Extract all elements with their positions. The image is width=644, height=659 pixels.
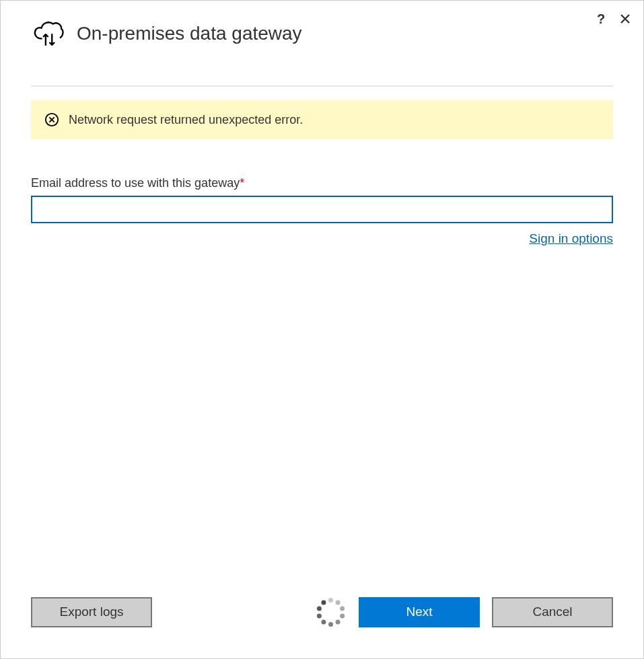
gateway-setup-window: ? On-premises data gateway Network reque… [1, 1, 643, 658]
loading-spinner-icon [314, 596, 347, 628]
titlebar-controls: ? [595, 13, 631, 25]
header: On-premises data gateway [31, 15, 613, 87]
close-icon[interactable] [619, 13, 631, 25]
footer: Export logs Next Cancel [31, 596, 613, 628]
email-label: Email address to use with this gateway* [31, 176, 613, 190]
required-indicator: * [240, 176, 244, 190]
email-field[interactable] [31, 196, 613, 223]
next-button[interactable]: Next [359, 597, 480, 627]
error-banner: Network request returned unexpected erro… [31, 100, 613, 139]
signin-options-link[interactable]: Sign in options [529, 231, 613, 245]
page-title: On-premises data gateway [77, 23, 302, 44]
cancel-button[interactable]: Cancel [492, 597, 613, 627]
export-logs-button[interactable]: Export logs [31, 597, 152, 627]
error-icon [44, 112, 59, 127]
email-field-group: Email address to use with this gateway* … [31, 176, 613, 246]
cloud-gateway-icon [31, 15, 65, 52]
error-message: Network request returned unexpected erro… [69, 113, 303, 127]
help-icon[interactable]: ? [595, 13, 607, 25]
